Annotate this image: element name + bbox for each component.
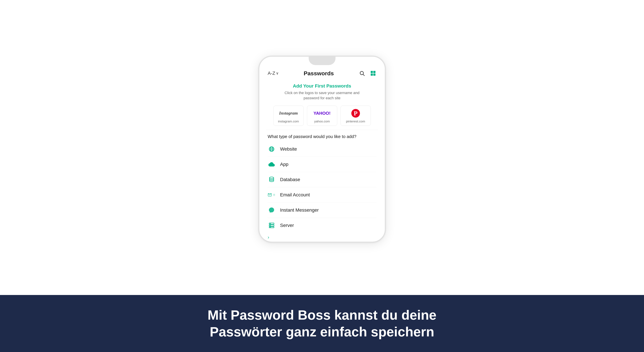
page-wrapper: A-Z∨ Passwords xyxy=(0,0,644,352)
type-item-messenger[interactable]: Instant Messenger xyxy=(268,202,376,218)
type-item-website[interactable]: Website xyxy=(268,142,376,157)
instagram-logo-card[interactable]: Instagram instagram.com xyxy=(274,106,304,126)
pinterest-domain: pinterest.com xyxy=(346,120,365,123)
svg-point-15 xyxy=(274,194,274,195)
page-title: Passwords xyxy=(304,70,334,77)
yahoo-domain: yahoo.com xyxy=(314,120,330,123)
globe-icon xyxy=(268,145,276,153)
pinterest-logo: P xyxy=(346,108,366,118)
messenger-label: Instant Messenger xyxy=(280,208,319,213)
pinterest-logo-card[interactable]: P pinterest.com xyxy=(340,106,371,126)
chevron-right-icon: › xyxy=(268,234,269,240)
svg-rect-3 xyxy=(374,71,376,73)
email-icon-group xyxy=(268,191,276,199)
svg-rect-2 xyxy=(371,71,373,73)
type-item-email[interactable]: Email Account xyxy=(268,187,376,202)
sort-button[interactable]: A-Z∨ xyxy=(268,70,279,76)
email-label: Email Account xyxy=(280,192,310,198)
top-icons xyxy=(359,70,376,76)
yahoo-logo-card[interactable]: YAHOO! yahoo.com xyxy=(307,106,337,126)
messenger-icon xyxy=(268,206,276,214)
svg-point-20 xyxy=(270,226,270,226)
sort-chevron: ∨ xyxy=(276,71,279,76)
bottom-banner-line1: Mit Password Boss kannst du deine xyxy=(208,308,436,322)
server-icon xyxy=(268,222,276,229)
grid-view-button[interactable] xyxy=(370,70,376,76)
add-banner-title: Add Your First Passwords xyxy=(266,83,378,89)
bottom-banner-text: Mit Password Boss kannst du deine Passwö… xyxy=(208,307,436,340)
yahoo-logo: YAHOO! xyxy=(312,108,332,118)
logo-grid: Instagram instagram.com YAHOO! yahoo.com xyxy=(259,102,385,128)
type-item-server[interactable]: Server xyxy=(268,218,376,233)
type-question: What type of password would you like to … xyxy=(259,132,385,142)
type-item-database[interactable]: Database xyxy=(268,172,376,187)
phone-notch xyxy=(309,57,336,65)
add-first-passwords-banner: Add Your First Passwords Click on the lo… xyxy=(259,80,385,102)
svg-rect-5 xyxy=(374,74,376,76)
type-list: Website App xyxy=(259,142,385,233)
top-bar: A-Z∨ Passwords xyxy=(259,65,385,80)
website-label: Website xyxy=(280,146,297,152)
server-label: Server xyxy=(280,223,294,228)
phone-area: A-Z∨ Passwords xyxy=(258,0,386,295)
phone-content: A-Z∨ Passwords xyxy=(259,65,385,242)
svg-line-1 xyxy=(363,74,364,76)
database-icon xyxy=(268,176,276,184)
svg-rect-4 xyxy=(371,74,373,76)
phone-mockup: A-Z∨ Passwords xyxy=(258,56,386,243)
type-item-app[interactable]: App xyxy=(268,157,376,172)
svg-point-21 xyxy=(270,227,270,228)
instagram-logo: Instagram xyxy=(278,108,298,118)
svg-point-19 xyxy=(270,224,270,224)
instagram-domain: instagram.com xyxy=(278,120,299,123)
divider xyxy=(266,130,378,130)
svg-point-13 xyxy=(270,177,274,178)
add-banner-subtitle: Click on the logos to save your username… xyxy=(266,90,378,101)
app-label: App xyxy=(280,162,288,167)
more-indicator: › xyxy=(259,233,385,242)
bottom-banner: Mit Password Boss kannst du deine Passwö… xyxy=(0,295,644,352)
sort-label-text: A-Z xyxy=(268,70,275,76)
svg-text:P: P xyxy=(354,110,357,117)
search-button[interactable] xyxy=(359,70,365,76)
cloud-icon xyxy=(268,160,276,168)
bottom-banner-line2: Passwörter ganz einfach speichern xyxy=(210,324,434,339)
database-label: Database xyxy=(280,177,300,182)
